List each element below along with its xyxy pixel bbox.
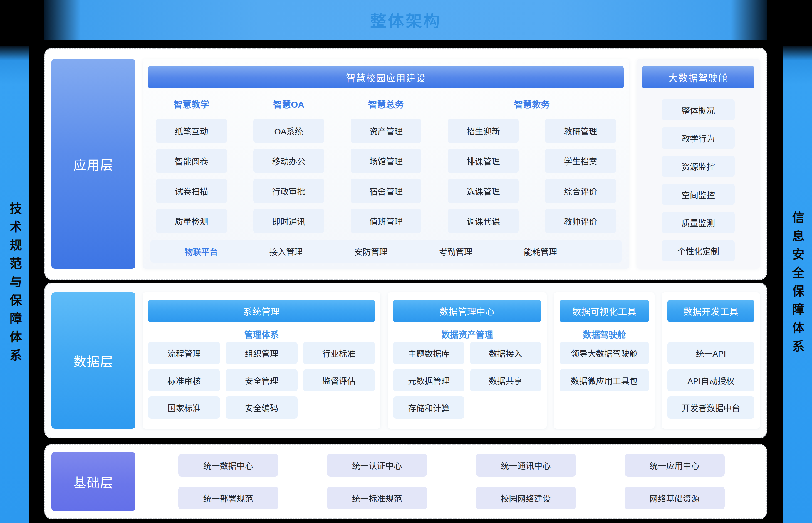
application-layer-label: 应用层 — [52, 59, 135, 269]
app-item: 教师评价 — [545, 209, 616, 233]
app-item: 学生档案 — [545, 148, 616, 173]
right-sidebar-strip: 信息安全保障体系 — [782, 46, 812, 523]
foundation-item: 校园网络建设 — [476, 487, 576, 509]
cockpit-item: 教学行为 — [662, 127, 735, 148]
foundation-item: 统一应用中心 — [625, 454, 725, 476]
smart-campus-panel: 智慧校园应用建设 智慧教学 智慧OA 智慧总务 智慧教务 纸笔互动 OA系统 资… — [143, 59, 629, 269]
data-item: 领导大数据驾驶舱 — [559, 342, 649, 364]
app-item: OA系统 — [253, 119, 324, 143]
data-visualization-header: 数据可视化工具 — [559, 300, 649, 322]
architecture-diagram: { "title": "整体架构", "left_sidebar": "技术规范… — [0, 0, 812, 523]
iot-item: 接入管理 — [244, 245, 328, 257]
title-banner: 整体架构 — [44, 0, 767, 39]
column-header-smart-oa: 智慧OA — [253, 95, 324, 113]
data-development-grid: 统一API API自动授权 开发者数据中台 — [667, 342, 754, 419]
cockpit-item: 资源监控 — [662, 156, 735, 177]
app-item: 教研管理 — [545, 119, 616, 143]
data-visualization-panel: 数据可视化工具 数据驾驶舱 领导大数据驾驶舱 数据微应用工具包 — [554, 292, 654, 429]
app-item: 值班管理 — [351, 209, 422, 233]
data-item: 流程管理 — [148, 342, 220, 364]
data-item: 行业标准 — [303, 342, 375, 364]
iot-item: 考勤管理 — [413, 245, 498, 257]
data-item: 安全编码 — [225, 396, 297, 419]
data-item: 统一API — [667, 342, 754, 364]
data-item: 主题数据库 — [393, 342, 464, 364]
data-management-center-header: 数据管理中心 — [393, 300, 541, 322]
app-item: 调课代课 — [448, 209, 519, 233]
app-item: 招生迎新 — [448, 119, 519, 143]
data-layer-card: 数据层 系统管理 管理体系 流程管理 组织管理 行业标准 标准审核 安全管理 监… — [44, 283, 767, 438]
app-item: 纸笔互动 — [156, 119, 227, 143]
management-system-subheader: 管理体系 — [148, 326, 375, 342]
system-management-grid: 流程管理 组织管理 行业标准 标准审核 安全管理 监督评估 国家标准 安全编码 — [148, 342, 375, 419]
data-layer-label: 数据层 — [52, 292, 135, 429]
foundation-item: 统一部署规范 — [178, 487, 278, 509]
data-item: 数据微应用工具包 — [559, 369, 649, 392]
foundation-item: 统一数据中心 — [178, 454, 278, 476]
page-title: 整体架构 — [370, 8, 441, 32]
app-item: 行政审批 — [253, 179, 324, 203]
column-header-smart-academic: 智慧教务 — [448, 95, 616, 113]
big-data-cockpit-header: 大数据驾驶舱 — [642, 66, 754, 88]
app-item: 综合评价 — [545, 179, 616, 203]
foundation-grid: 统一数据中心 统一认证中心 统一通讯中心 统一应用中心 统一部署规范 统一标准规… — [143, 452, 760, 511]
application-layer-card: 应用层 智慧校园应用建设 智慧教学 智慧OA 智慧总务 智慧教务 纸笔互动 OA… — [44, 48, 767, 280]
data-item: 数据共享 — [470, 369, 541, 392]
iot-item: 能耗管理 — [498, 245, 583, 257]
app-item: 宿舍管理 — [351, 179, 422, 203]
app-item: 智能阅卷 — [156, 148, 227, 173]
app-item: 质量检测 — [156, 209, 227, 233]
column-header-smart-teaching: 智慧教学 — [156, 95, 227, 113]
data-item: 开发者数据中台 — [667, 396, 754, 419]
foundation-layer-label: 基础层 — [52, 452, 135, 511]
foundation-item: 统一标准规范 — [327, 487, 427, 509]
app-item: 排课管理 — [448, 148, 519, 173]
data-asset-subheader: 数据资产管理 — [393, 326, 541, 342]
data-item: 标准审核 — [148, 369, 220, 392]
foundation-item: 统一认证中心 — [327, 454, 427, 476]
iot-item: 安防管理 — [328, 245, 413, 257]
foundation-item: 网络基础资源 — [625, 487, 725, 509]
app-item: 资产管理 — [351, 119, 422, 143]
application-grid: 智慧教学 智慧OA 智慧总务 智慧教务 纸笔互动 OA系统 资产管理 招生迎新 … — [148, 95, 624, 233]
data-item: 国家标准 — [148, 396, 220, 419]
empty-subheader — [667, 326, 754, 342]
cockpit-item: 个性化定制 — [662, 240, 735, 262]
smart-campus-header: 智慧校园应用建设 — [148, 66, 624, 88]
app-item: 移动办公 — [253, 148, 324, 173]
system-management-panel: 系统管理 管理体系 流程管理 组织管理 行业标准 标准审核 安全管理 监督评估 … — [143, 292, 381, 429]
data-cockpit-subheader: 数据驾驶舱 — [559, 326, 649, 342]
foundation-layer-card: 基础层 统一数据中心 统一认证中心 统一通讯中心 统一应用中心 统一部署规范 统… — [44, 444, 767, 519]
data-item: API自动授权 — [667, 369, 754, 392]
left-sidebar-label: 技术规范与保障体系 — [8, 202, 21, 367]
data-development-header: 数据开发工具 — [667, 300, 754, 322]
data-item: 存储和计算 — [393, 396, 464, 419]
cockpit-item: 空间监控 — [662, 184, 735, 205]
cockpit-item: 质量监测 — [662, 212, 735, 233]
data-management-center-panel: 数据管理中心 数据资产管理 主题数据库 数据接入 元数据管理 数据共享 存储和计… — [388, 292, 547, 429]
iot-platform-row: 物联平台 接入管理 安防管理 考勤管理 能耗管理 — [150, 240, 622, 263]
app-item: 场馆管理 — [351, 148, 422, 173]
right-sidebar-label: 信息安全保障体系 — [791, 211, 804, 358]
cockpit-item: 整体概况 — [662, 99, 735, 121]
data-item: 安全管理 — [225, 369, 297, 392]
app-item: 即时通讯 — [253, 209, 324, 233]
column-header-smart-affairs: 智慧总务 — [351, 95, 422, 113]
app-item: 试卷扫描 — [156, 179, 227, 203]
big-data-cockpit-panel: 大数据驾驶舱 整体概况 教学行为 资源监控 空间监控 质量监测 个性化定制 — [636, 59, 760, 269]
data-management-grid: 主题数据库 数据接入 元数据管理 数据共享 存储和计算 — [393, 342, 541, 419]
left-sidebar-strip: 技术规范与保障体系 — [0, 46, 30, 523]
data-visualization-grid: 领导大数据驾驶舱 数据微应用工具包 — [559, 342, 649, 392]
foundation-item: 统一通讯中心 — [476, 454, 576, 476]
system-management-header: 系统管理 — [148, 300, 375, 322]
iot-platform-label: 物联平台 — [159, 245, 244, 257]
data-item: 监督评估 — [303, 369, 375, 392]
data-item: 组织管理 — [225, 342, 297, 364]
data-development-panel: 数据开发工具 统一API API自动授权 开发者数据中台 — [662, 292, 760, 429]
data-item: 数据接入 — [470, 342, 541, 364]
app-item: 选课管理 — [448, 179, 519, 203]
data-item: 元数据管理 — [393, 369, 464, 392]
